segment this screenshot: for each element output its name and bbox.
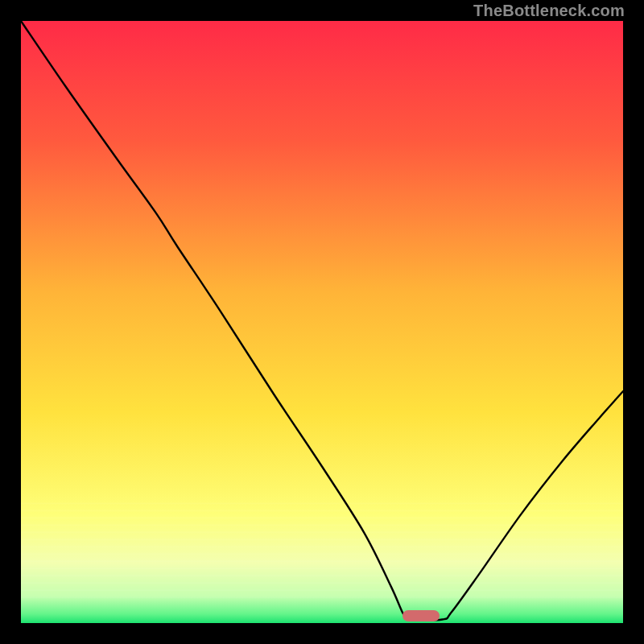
optimal-marker — [402, 610, 440, 621]
bottleneck-curve — [21, 21, 623, 623]
chart-container: TheBottleneck.com — [0, 0, 644, 644]
curve-path — [21, 21, 623, 620]
watermark-text: TheBottleneck.com — [473, 2, 625, 20]
